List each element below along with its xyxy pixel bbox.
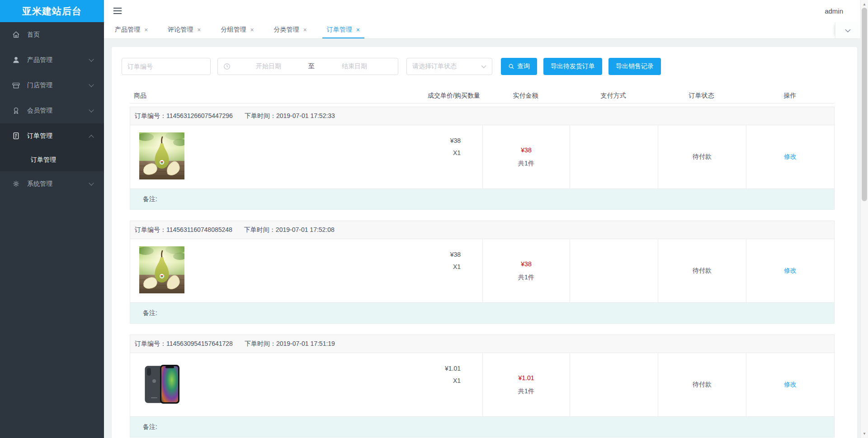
order-body-row: ¥38 X1 ¥38 共1件 待付款 修改 (130, 239, 835, 303)
sidebar-item-product[interactable]: 产品管理 (0, 47, 104, 73)
payment-method-cell (570, 125, 658, 188)
order-status: 待付款 (693, 267, 712, 275)
gear-icon (12, 179, 21, 188)
tab-product[interactable]: 产品管理 × (110, 22, 152, 38)
payment-method-cell (570, 239, 658, 302)
user-name[interactable]: admin (825, 0, 843, 22)
unit-price: ¥38 (450, 249, 461, 261)
remark-label: 备注: (143, 423, 157, 431)
orders-table: 商品 成交单价/购买数量 实付金额 支付方式 订单状态 操作 订单编号：1145… (130, 88, 835, 438)
order-group: 订单编号：1145631266075447296 下单时间：2019-07-01… (130, 107, 835, 210)
export-pending-orders-button[interactable]: 导出待发货订单 (543, 58, 602, 75)
clock-icon (223, 63, 231, 70)
order-header-row: 订单编号：1145630954157641728 下单时间：2019-07-01… (130, 334, 835, 353)
close-icon[interactable]: × (356, 27, 360, 33)
order-no-label: 订单编号： (135, 340, 166, 347)
order-remark-row: 备注: (130, 303, 835, 324)
search-button[interactable]: 查询 (501, 58, 537, 75)
date-end-placeholder[interactable]: 结束日期 (316, 62, 392, 71)
order-time-value: 2019-07-01 17:51:19 (276, 340, 335, 347)
order-time-value: 2019-07-01 17:52:33 (276, 112, 335, 119)
tab-comment[interactable]: 评论管理 × (163, 22, 205, 38)
order-header-row: 订单编号：1145631160748085248 下单时间：2019-07-01… (130, 221, 835, 239)
order-no-input[interactable] (122, 58, 211, 75)
order-status-select[interactable]: 请选择订单状态 (406, 58, 492, 75)
chevron-up-icon (89, 135, 94, 140)
date-separator: 至 (307, 62, 316, 71)
store-icon (12, 81, 21, 90)
order-remark-row: 备注: (130, 189, 835, 210)
sidebar-section-system: 系统管理 (0, 171, 104, 197)
sidebar-item-label: 订单管理 (27, 132, 90, 140)
tab-category[interactable]: 分类管理 × (269, 22, 311, 38)
order-time-label: 下单时间： (244, 226, 276, 233)
chevron-down-icon (481, 65, 486, 68)
content-area: 开始日期 至 结束日期 请选择订单状态 查询 导出待 (104, 39, 868, 438)
chevron-down-icon (89, 180, 94, 185)
order-status: 待付款 (693, 153, 712, 161)
paid-amount: ¥38 (521, 144, 531, 157)
sidebar-item-member[interactable]: 会员管理 (0, 98, 104, 123)
order-header-row: 订单编号：1145631266075447296 下单时间：2019-07-01… (130, 107, 835, 125)
scrollbar-down-arrow-icon[interactable]: ▼ (861, 432, 868, 436)
scrollbar-up-arrow-icon[interactable]: ▲ (861, 2, 868, 6)
tab-group[interactable]: 分组管理 × (216, 22, 258, 38)
sidebar-item-order[interactable]: 订单管理 (0, 123, 104, 149)
header-payment-method: 支付方式 (569, 92, 657, 100)
hamburger-menu-icon[interactable] (113, 8, 122, 16)
sidebar-section-home: 首页 (0, 22, 104, 47)
edit-order-link[interactable]: 修改 (784, 267, 797, 275)
header-order-status: 订单状态 (657, 92, 745, 100)
sidebar-section-product: 产品管理 (0, 47, 104, 73)
sidebar-item-store[interactable]: 门店管理 (0, 73, 104, 98)
sidebar-item-home[interactable]: 首页 (0, 22, 104, 47)
tab-label: 分类管理 (274, 26, 299, 34)
sidebar-subitem-order-list[interactable]: 订单管理 (0, 149, 104, 171)
date-start-placeholder[interactable]: 开始日期 (231, 62, 307, 71)
quantity: X1 (445, 375, 461, 387)
sidebar-item-system[interactable]: 系统管理 (0, 171, 104, 197)
remark-label: 备注: (143, 309, 157, 317)
tab-order[interactable]: 订单管理 × (322, 22, 364, 38)
remark-label: 备注: (143, 195, 157, 203)
order-time-label: 下单时间： (245, 340, 276, 347)
unit-price: ¥1.01 (445, 363, 461, 375)
page-scrollbar[interactable]: ▲ ▼ (860, 0, 868, 438)
sidebar-item-label: 首页 (27, 31, 93, 39)
date-range-picker[interactable]: 开始日期 至 结束日期 (217, 58, 398, 75)
tab-label: 分组管理 (221, 26, 246, 34)
header-product: 商品 (134, 92, 146, 100)
app-logo: 亚米建站后台 (0, 0, 104, 22)
unit-price: ¥38 (450, 135, 461, 147)
order-doc-icon (12, 132, 21, 141)
export-sales-records-button[interactable]: 导出销售记录 (609, 58, 661, 75)
order-no-value: 1145631160748085248 (166, 226, 232, 233)
tab-label: 评论管理 (168, 26, 193, 34)
table-header-row: 商品 成交单价/购买数量 实付金额 支付方式 订单状态 操作 (130, 88, 835, 104)
edit-order-link[interactable]: 修改 (784, 153, 797, 161)
paid-amount: ¥38 (521, 258, 531, 271)
close-icon[interactable]: × (303, 27, 307, 33)
medal-icon (12, 106, 21, 115)
scrollbar-thumb[interactable] (862, 8, 867, 201)
sidebar: 亚米建站后台 首页 产品管理 门店管理 会员管理 订单管理 订单管理 系统管理 (0, 0, 104, 438)
tab-label: 订单管理 (327, 26, 352, 34)
order-status-placeholder: 请选择订单状态 (412, 62, 457, 71)
edit-order-link[interactable]: 修改 (784, 381, 797, 389)
tabs-strip: 产品管理 ×评论管理 ×分组管理 ×分类管理 ×订单管理 × (110, 22, 375, 38)
close-icon[interactable]: × (250, 27, 254, 33)
header-paid-amount: 实付金额 (482, 92, 569, 100)
tab-list-dropdown[interactable] (835, 22, 860, 38)
order-no-value: 1145631266075447296 (166, 112, 233, 119)
close-icon[interactable]: × (197, 27, 201, 33)
sidebar-item-label: 产品管理 (27, 56, 90, 64)
piece-count: 共1件 (518, 271, 534, 284)
chevron-down-icon (89, 82, 94, 87)
close-icon[interactable]: × (144, 27, 148, 33)
order-group: 订单编号：1145630954157641728 下单时间：2019-07-01… (130, 334, 835, 438)
order-status: 待付款 (693, 381, 712, 389)
product-image-pear (139, 246, 184, 293)
sidebar-section-order: 订单管理 订单管理 (0, 123, 104, 171)
quantity: X1 (450, 261, 461, 273)
product-image-pear (139, 132, 184, 179)
